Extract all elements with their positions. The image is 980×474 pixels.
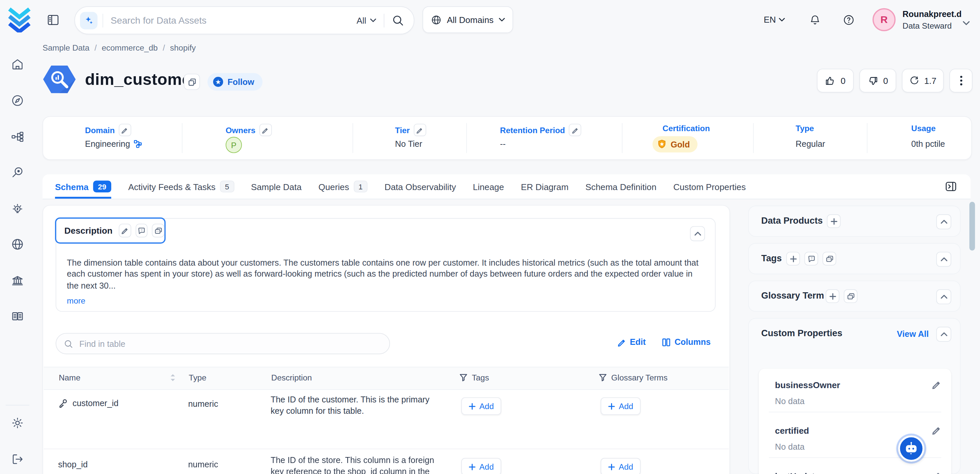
breadcrumb-item[interactable]: Sample Data <box>43 43 89 52</box>
glossary-book-icon[interactable] <box>11 309 24 323</box>
search-icon[interactable] <box>392 14 404 26</box>
more-actions-button[interactable] <box>949 68 972 92</box>
tab-sample-data[interactable]: Sample Data <box>251 174 302 199</box>
add-glossary-term-button[interactable] <box>826 289 839 303</box>
tab-count-badge: 5 <box>220 180 234 192</box>
downvote-button[interactable]: 0 <box>859 68 896 92</box>
type-label: Type <box>795 124 814 133</box>
column-name-cell[interactable]: customer_id <box>58 398 119 408</box>
glossary-comments-button[interactable] <box>844 289 858 303</box>
all-domains-label: All Domains <box>447 14 493 25</box>
collapse-custom-properties-button[interactable] <box>936 327 951 342</box>
sidebar-toggle-icon[interactable] <box>46 13 60 27</box>
description-text: The dimension table contains data about … <box>67 257 706 291</box>
home-icon[interactable] <box>11 57 24 71</box>
domain-value-row[interactable]: Engineering <box>85 140 142 149</box>
column-description: The ID of the store. This column is a fo… <box>271 455 441 474</box>
owner-avatar[interactable]: P <box>226 137 242 153</box>
all-domains-selector[interactable]: All Domains <box>423 6 513 33</box>
explore-compass-icon[interactable] <box>11 94 24 108</box>
upvote-button[interactable]: 0 <box>817 68 854 92</box>
edit-tier-button[interactable] <box>414 124 426 137</box>
global-search-bar[interactable]: All <box>74 6 414 34</box>
edit-retention-button[interactable] <box>569 124 581 137</box>
tab-label: Sample Data <box>251 181 302 191</box>
tab-queries[interactable]: Queries1 <box>318 174 368 199</box>
scrollbar-thumb[interactable] <box>969 202 975 250</box>
edit-owners-button[interactable] <box>259 124 272 137</box>
search-input[interactable] <box>103 15 356 25</box>
owners-value-row[interactable]: P <box>226 137 242 153</box>
view-all-link[interactable]: View All <box>897 329 929 339</box>
plus-icon <box>608 463 615 470</box>
collapse-glossary-term-button[interactable] <box>936 289 951 304</box>
meta-divider <box>622 123 623 153</box>
tab-data-observability[interactable]: Data Observability <box>385 174 456 199</box>
collapse-tags-button[interactable] <box>936 252 951 267</box>
edit-property-icon[interactable] <box>932 471 941 474</box>
governance-bank-icon[interactable] <box>11 274 24 287</box>
user-avatar[interactable]: R <box>872 8 896 31</box>
version-button[interactable]: 1.7 <box>902 68 944 92</box>
add-tag-button[interactable] <box>786 252 800 265</box>
description-comments-button[interactable] <box>152 224 164 237</box>
edit-property-icon[interactable] <box>932 425 941 435</box>
tab-schema[interactable]: Schema29 <box>55 174 111 199</box>
edit-domain-button[interactable] <box>119 124 131 137</box>
tab-label: Data Observability <box>385 181 456 191</box>
edit-property-icon[interactable] <box>932 380 941 389</box>
add-tag-button[interactable]: Add <box>461 458 501 474</box>
edit-description-button[interactable] <box>119 224 131 237</box>
language-selector[interactable]: EN <box>764 14 786 24</box>
chat-bot-button[interactable] <box>898 435 924 462</box>
gold-shield-icon <box>657 140 667 150</box>
find-in-table-input[interactable] <box>78 338 382 349</box>
tab-lineage[interactable]: Lineage <box>473 174 504 199</box>
column-header-name[interactable]: Name <box>59 373 175 382</box>
domains-globe-icon[interactable] <box>11 237 24 251</box>
add-glossary-term-button[interactable]: Add <box>601 398 641 415</box>
collapse-right-panel-icon[interactable] <box>945 180 957 192</box>
column-name[interactable]: shop_id <box>58 460 88 469</box>
thumbs-up-icon <box>825 75 836 86</box>
notifications-bell-icon[interactable] <box>809 14 821 26</box>
sort-icon[interactable] <box>170 374 175 382</box>
copy-name-button[interactable] <box>184 73 200 90</box>
collapse-data-products-button[interactable] <box>936 215 951 229</box>
meta-divider <box>353 123 353 153</box>
tab-schema-definition[interactable]: Schema Definition <box>585 174 656 199</box>
lineage-sitemap-icon[interactable] <box>11 130 24 143</box>
tab-activity-feeds[interactable]: Activity Feeds & Tasks5 <box>128 174 234 199</box>
insights-bulb-icon[interactable] <box>11 202 24 215</box>
filter-funnel-icon[interactable] <box>460 374 468 382</box>
settings-gear-icon[interactable] <box>11 416 24 430</box>
breadcrumb-item[interactable]: shopify <box>170 43 196 52</box>
request-description-update-button[interactable]: ? <box>135 224 148 237</box>
observability-search-icon[interactable] <box>11 165 24 179</box>
columns-button[interactable]: Columns <box>662 337 711 347</box>
tab-custom-properties[interactable]: Custom Properties <box>673 174 746 199</box>
add-tag-button[interactable]: Add <box>461 398 501 415</box>
ai-sparkle-icon[interactable] <box>80 12 97 29</box>
breadcrumb-item[interactable]: ecommerce_db <box>102 43 158 52</box>
edit-table-button[interactable]: Edit <box>617 337 646 347</box>
tags-comments-button[interactable] <box>822 252 836 265</box>
user-menu-chevron-icon[interactable] <box>963 17 975 30</box>
add-data-product-button[interactable] <box>827 215 840 228</box>
description-card: Description ? The dimension table contai… <box>56 218 716 312</box>
add-glossary-term-button[interactable]: Add <box>601 458 641 474</box>
description-more-link[interactable]: more <box>67 296 86 305</box>
help-icon[interactable] <box>843 14 855 26</box>
logout-icon[interactable] <box>11 452 24 466</box>
collapse-description-button[interactable] <box>690 226 705 241</box>
request-tags-button[interactable]: ? <box>805 252 818 265</box>
app-logo[interactable] <box>8 7 31 33</box>
search-scope-dropdown[interactable]: All <box>356 15 384 25</box>
tags-card: Tags ? <box>748 243 961 274</box>
find-in-table-bar[interactable] <box>56 333 390 354</box>
filter-funnel-icon[interactable] <box>599 374 607 382</box>
follow-button[interactable]: ★ Follow <box>207 73 262 91</box>
domain-value: Engineering <box>85 140 130 149</box>
property-name: certified <box>775 425 809 435</box>
tab-er-diagram[interactable]: ER Diagram <box>521 174 568 199</box>
